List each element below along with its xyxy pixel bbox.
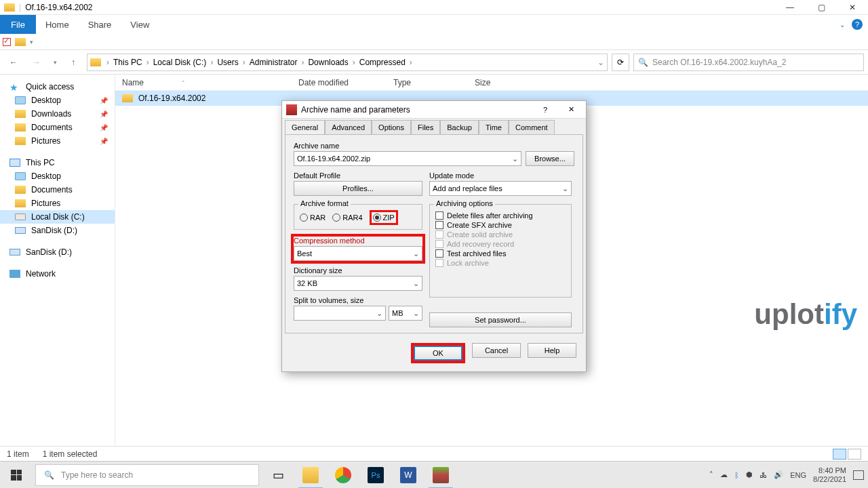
col-size[interactable]: Size — [468, 78, 549, 87]
dialog-close-button[interactable]: ✕ — [560, 102, 582, 117]
bluetooth-icon[interactable]: ᛒ — [734, 471, 739, 479]
dialog-help-button[interactable]: ? — [534, 102, 556, 117]
taskbar-clock[interactable]: 8:40 PM 8/22/2021 — [813, 466, 846, 484]
taskbar-photoshop[interactable]: Ps — [359, 462, 392, 489]
tab-advanced[interactable]: Advanced — [325, 120, 372, 134]
search-input[interactable]: 🔍 Search Of.16-19.x64.2002.kuyhAa_2 — [633, 54, 864, 71]
taskbar-explorer[interactable] — [294, 462, 327, 489]
archive-name-field[interactable]: Of.16-19.x64.2002.zip⌄ — [294, 151, 521, 166]
language-indicator[interactable]: ENG — [790, 471, 806, 479]
sidebar-sandisk-root[interactable]: SanDisk (D:) — [0, 245, 115, 259]
dialog-tabs: General Advanced Options Files Backup Ti… — [282, 119, 586, 134]
tab-files[interactable]: Files — [411, 120, 440, 134]
browse-button[interactable]: Browse... — [526, 151, 574, 166]
onedrive-icon[interactable]: ☁ — [720, 470, 728, 479]
chevron-down-icon[interactable]: ⌄ — [376, 309, 382, 318]
profiles-button[interactable]: Profiles... — [294, 181, 422, 196]
chevron-down-icon[interactable]: ⌄ — [562, 184, 568, 193]
help-button[interactable]: Help — [528, 343, 576, 358]
split-size-field[interactable]: ⌄ — [294, 306, 386, 321]
compression-method-label: Compression method — [294, 237, 422, 245]
sidebar-downloads[interactable]: Downloads📌 — [0, 107, 115, 121]
taskbar-winrar[interactable] — [425, 462, 457, 489]
sidebar-pc-documents[interactable]: Documents — [0, 183, 115, 197]
radio-zip[interactable]: ZIP — [373, 214, 395, 222]
qat-properties-icon[interactable] — [3, 38, 11, 46]
ribbon-share[interactable]: Share — [79, 15, 121, 34]
nav-forward-button[interactable]: → — [27, 53, 46, 72]
qat-dropdown-icon[interactable]: ▾ — [30, 39, 33, 45]
ribbon-collapse-icon[interactable]: ⌄ — [840, 21, 845, 28]
breadcrumb[interactable]: › This PC› Local Disk (C:)› Users› Admin… — [87, 54, 608, 71]
crumb-users[interactable]: Users — [216, 58, 239, 67]
sidebar-pc-pictures[interactable]: Pictures — [0, 197, 115, 210]
split-unit-select[interactable]: MB⌄ — [389, 306, 422, 321]
tray-expand-icon[interactable]: ˄ — [709, 470, 713, 479]
taskbar-word[interactable]: W — [392, 462, 425, 489]
ribbon-view[interactable]: View — [121, 15, 159, 34]
chevron-right-icon[interactable]: › — [105, 58, 111, 67]
opt-delete-after[interactable]: Delete files after archiving — [435, 211, 566, 220]
breadcrumb-dropdown-icon[interactable]: ⌄ — [597, 58, 604, 67]
refresh-button[interactable]: ⟳ — [612, 54, 629, 71]
tab-options[interactable]: Options — [372, 120, 411, 134]
action-center-button[interactable] — [853, 470, 864, 480]
close-button[interactable]: ✕ — [837, 0, 868, 15]
crumb-compressed[interactable]: Compressed — [358, 58, 407, 67]
tab-backup[interactable]: Backup — [440, 120, 479, 134]
ok-button[interactable]: OK — [414, 346, 462, 361]
nav-back-button[interactable]: ← — [4, 53, 23, 72]
dialog-footer: OK Cancel Help — [282, 336, 586, 371]
tab-time[interactable]: Time — [479, 120, 509, 134]
maximize-button[interactable]: ▢ — [806, 0, 837, 15]
update-mode-select[interactable]: Add and replace files⌄ — [429, 181, 572, 196]
sidebar-documents[interactable]: Documents📌 — [0, 121, 115, 134]
taskbar-search[interactable]: 🔍Type here to search — [35, 464, 259, 486]
opt-test[interactable]: Test archived files — [435, 249, 566, 258]
help-icon[interactable]: ? — [852, 19, 863, 30]
col-type[interactable]: Type — [387, 78, 468, 87]
start-button[interactable] — [0, 462, 33, 489]
set-password-button[interactable]: Set password... — [429, 312, 572, 327]
compression-method-select[interactable]: Best⌄ — [294, 246, 422, 261]
nav-up-button[interactable]: ↑ — [64, 53, 83, 72]
tray-app-icon[interactable]: ⬢ — [746, 470, 753, 479]
crumb-admin[interactable]: Administrator — [248, 58, 299, 67]
qat-newfolder-icon[interactable] — [15, 38, 26, 46]
tab-comment[interactable]: Comment — [509, 120, 555, 134]
view-details-button[interactable] — [833, 449, 846, 460]
dictionary-size-select[interactable]: 32 KB⌄ — [294, 276, 422, 291]
radio-rar4[interactable]: RAR4 — [332, 214, 362, 222]
radio-rar[interactable]: RAR — [300, 214, 326, 222]
ribbon-file[interactable]: File — [0, 15, 36, 34]
view-large-button[interactable] — [848, 449, 861, 460]
ribbon-home[interactable]: Home — [36, 15, 79, 34]
sidebar-desktop[interactable]: Desktop📌 — [0, 94, 115, 107]
crumb-downloads[interactable]: Downloads — [307, 58, 349, 67]
nav-recent-button[interactable]: ▾ — [50, 53, 60, 72]
minimize-button[interactable]: — — [774, 0, 806, 15]
taskbar-chrome[interactable] — [327, 462, 359, 489]
cancel-button[interactable]: Cancel — [472, 343, 521, 358]
chevron-down-icon[interactable]: ⌄ — [413, 279, 419, 288]
sidebar-sandisk-d[interactable]: SanDisk (D:) — [0, 224, 115, 237]
tab-general[interactable]: General — [285, 120, 325, 134]
chevron-down-icon[interactable]: ⌄ — [512, 155, 518, 163]
sidebar-pc-desktop[interactable]: Desktop — [0, 169, 115, 183]
sidebar-this-pc[interactable]: This PC — [0, 156, 115, 169]
crumb-thispc[interactable]: This PC — [112, 58, 144, 67]
search-icon: 🔍 — [638, 58, 648, 67]
col-date[interactable]: Date modified — [292, 78, 387, 87]
col-name[interactable]: Name˄ — [115, 78, 292, 87]
network-icon[interactable]: 🖧 — [760, 471, 767, 479]
chevron-down-icon[interactable]: ⌄ — [413, 249, 419, 258]
volume-icon[interactable]: 🔊 — [774, 470, 783, 479]
sidebar-pictures[interactable]: Pictures📌 — [0, 134, 115, 148]
sidebar-quick-access[interactable]: ★Quick access — [0, 80, 115, 94]
sidebar-local-disk-c[interactable]: Local Disk (C:) — [0, 210, 115, 224]
crumb-c[interactable]: Local Disk (C:) — [152, 58, 208, 67]
sidebar-network[interactable]: Network — [0, 267, 115, 281]
chevron-down-icon[interactable]: ⌄ — [413, 309, 419, 318]
task-view-button[interactable]: ▭ — [262, 462, 294, 489]
opt-sfx[interactable]: Create SFX archive — [435, 221, 566, 229]
